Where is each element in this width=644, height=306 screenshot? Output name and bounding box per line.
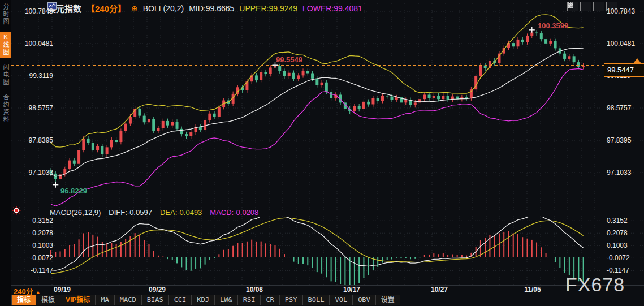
- tab-boll[interactable]: BOLL: [303, 295, 330, 305]
- sidebar-item-candlestick-chart[interactable]: K线图: [0, 32, 11, 58]
- date-tick: 09/19: [42, 286, 82, 294]
- macd-axis-label: 0.3152: [607, 217, 642, 225]
- price-axis-label: 97.8395: [18, 136, 53, 144]
- date-tick: 10/17: [332, 286, 371, 294]
- macd-axis-label: -0.0072: [607, 254, 642, 262]
- price-axis-label: 100.7843: [607, 7, 642, 15]
- tab-macd[interactable]: MACD: [115, 295, 142, 305]
- watermark: FX678: [565, 274, 625, 296]
- macd-axis-label: 0.1003: [18, 242, 53, 249]
- price-axis-label: 98.5757: [18, 104, 53, 112]
- macd-header: MACD(26,12,9) DIFF:-0.0597 DEA:-0.0493 M…: [50, 208, 258, 217]
- swing-low-label: 96.8229: [60, 187, 87, 195]
- tab-indicator[interactable]: 指标: [11, 295, 36, 305]
- tab-settings[interactable]: 设置: [376, 295, 400, 305]
- macd-axis-label: 0.2078: [607, 229, 642, 237]
- tab-obv[interactable]: OBV: [353, 295, 376, 305]
- tab-lwr[interactable]: LW&: [215, 295, 238, 305]
- chart-header: 美元指数 【240分】 ⊕ BOLL(20,2) MID:99.6665 UPP…: [47, 2, 362, 14]
- sidebar-item-lightning-chart[interactable]: 闪电图: [0, 62, 11, 88]
- macd-axis-label: 0.2078: [18, 229, 53, 237]
- macd-diff-value: DIFF:-0.0597: [109, 208, 152, 217]
- y-axis-fit-left-icon[interactable]: [580, 2, 591, 11]
- tab-rsi[interactable]: RSI: [238, 295, 261, 305]
- boll-upper-value: UPPER:99.9249: [239, 4, 297, 13]
- trading-app: 分时图 K线图 闪电图 合约资料 美元指数 【240分】 ⊕ BOLL(20,2…: [0, 0, 644, 306]
- macd-axis-label: -0.0072: [18, 254, 53, 262]
- price-axis-label: 99.3119: [18, 72, 53, 80]
- date-tick: 10/27: [420, 286, 459, 294]
- macd-axis-label: -0.1147: [607, 266, 642, 274]
- price-axis-label: 97.8395: [607, 136, 642, 144]
- current-price-box: 99.5447: [604, 63, 644, 77]
- sidebar-item-time-chart[interactable]: 分时图: [0, 2, 11, 27]
- tab-vip-indicator[interactable]: VIP指标: [60, 295, 96, 305]
- sidebar-item-contract-info[interactable]: 合约资料: [0, 92, 11, 125]
- circle-plus-icon[interactable]: ⊕: [131, 4, 138, 13]
- swing-high-label: 99.5549: [276, 55, 302, 64]
- indicator-toolbar: 指标 模板 VIP指标 MA MACD BIAS CCI KDJ LW& RSI…: [11, 295, 400, 305]
- macd-dea-value: DEA:-0.0493: [160, 208, 202, 217]
- tab-kdj[interactable]: KDJ: [192, 295, 215, 305]
- chart-canvas[interactable]: [0, 0, 644, 306]
- price-axis-label: 100.0481: [607, 40, 642, 48]
- tab-cr[interactable]: CR: [261, 295, 279, 305]
- macd-hist-value: MACD:-0.0208: [210, 208, 258, 217]
- price-axis-label: 100.7843: [18, 7, 53, 15]
- tab-ma[interactable]: MA: [96, 295, 114, 305]
- boll-lower-value: LOWER:99.4081: [302, 4, 362, 13]
- date-tick: 10/08: [235, 286, 274, 294]
- price-axis-label: 97.1033: [607, 169, 642, 176]
- tab-cci[interactable]: CCI: [169, 295, 192, 305]
- macd-indicator-label: MACD(26,12,9): [50, 208, 101, 217]
- macd-axis-label: -0.1147: [18, 266, 53, 274]
- price-marker-arrow: [633, 58, 641, 63]
- boll-mid-value: MID:99.6665: [189, 4, 234, 13]
- macd-axis-label: 0.1003: [607, 242, 642, 249]
- chart-type-sidebar: 分时图 K线图 闪电图 合约资料: [0, 0, 11, 306]
- boll-indicator-label: BOLL(20,2): [143, 4, 184, 13]
- live-dot-icon: [12, 206, 21, 215]
- period-label[interactable]: 【240分】: [87, 2, 126, 14]
- date-tick: 11/05: [513, 286, 552, 294]
- swing-high-label: 100.3599: [538, 21, 568, 30]
- tab-template[interactable]: 模板: [36, 295, 60, 305]
- date-tick: 09/29: [137, 286, 177, 294]
- tab-vol[interactable]: VOL: [330, 295, 353, 305]
- tab-psy[interactable]: PSY: [280, 295, 303, 305]
- price-axis-label: 97.1033: [18, 169, 53, 176]
- price-axis-label: 100.0481: [18, 40, 53, 48]
- macd-axis-label: 0.3152: [18, 217, 53, 225]
- tab-bias[interactable]: BIAS: [142, 295, 169, 305]
- y-axis-fit-right-icon[interactable]: [593, 2, 604, 11]
- price-axis-label: 98.5757: [607, 104, 642, 112]
